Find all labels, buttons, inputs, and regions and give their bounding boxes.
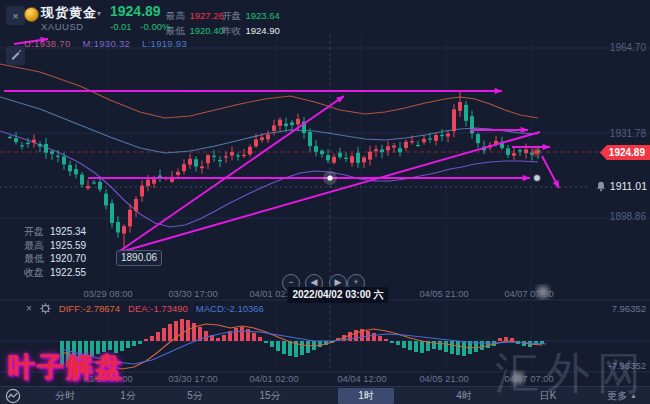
pencil-icon [10,50,21,61]
tab-timeline[interactable]: 分时 [55,388,75,404]
price-alert[interactable]: 1911.01 [596,180,647,192]
macd-close-icon[interactable]: × [26,303,32,314]
boll-upper-value: U:1938.70 [24,38,71,49]
ohlc-low: 最低1920.70 [24,252,86,266]
last-price: 1924.89 [110,3,161,19]
stat-low-value: 1920.40 [189,25,223,36]
stat-prevclose: 昨收 1924.90 [222,20,280,38]
bell-icon [596,181,606,192]
x-axis-label: 03/29 08:00 [83,289,132,299]
symbol-code: XAUUSD [41,21,84,32]
minus-icon: − [288,277,293,287]
ohlc-high: 最高1925.59 [24,239,86,253]
y-axis-label: 1898.86 [590,211,646,222]
macd-header: × DIFF:-2.78674 DEA:-1.73490 MACD:-2.103… [26,303,264,314]
boll-readout: U:1938.70 M:1930.32 L:1919.93 [24,38,187,49]
gear-icon[interactable] [40,303,51,314]
ohlc-open: 开盘1925.34 [24,225,86,239]
close-icon: × [12,10,18,22]
tab-5min[interactable]: 5分 [187,388,203,404]
analyst-brand-text: 叶子解盘 [8,349,124,385]
alert-price: 1911.01 [610,180,647,192]
tab-1min[interactable]: 1分 [120,388,136,404]
skip-left-icon: ◀ [311,277,318,287]
symbol-name[interactable]: 现货黄金 [41,4,97,22]
crosshair-date-tooltip: 2022/04/02 03:00 六 [287,287,388,303]
macd-x-axis-label: 04/05 21:00 [419,374,468,384]
site-watermark: 汇外网 [495,344,648,403]
tab-1hour[interactable]: 1时 [358,388,374,404]
low-price-tag: 1890.06 [116,250,162,266]
macd-x-axis-label: 04/01 02:00 [249,374,298,384]
x-axis-label: 03/30 17:00 [168,289,217,299]
stat-low: 最低 1920.40 [166,20,224,38]
y-axis-label: 1964.70 [590,42,646,53]
x-axis-label: 04/07 07:00 [504,289,553,299]
tab-15min[interactable]: 15分 [259,388,280,404]
ohlc-tooltip: 开盘1925.34 最高1925.59 最低1920.70 收盘1922.55 [24,225,86,279]
stat-low-label: 最低 [166,25,185,36]
x-axis-label: 04/05 21:00 [419,289,468,299]
macd-macd-value: MACD:-2.10366 [196,303,264,314]
macd-diff-value: DIFF:-2.78674 [59,303,120,314]
skip-right-icon: ▶ [335,277,342,287]
macd-dea-value: DEA:-1.73490 [128,303,188,314]
current-price-badge: 1924.89 [600,145,650,160]
close-chart-button[interactable]: × [6,6,25,25]
macd-x-axis-label: 04/04 12:00 [337,374,386,384]
stat-prevclose-value: 1924.90 [245,25,279,36]
y-axis-label: 1931.78 [590,128,646,139]
stat-prevclose-label: 昨收 [222,25,241,36]
macd-x-axis-label: 03/30 17:00 [168,374,217,384]
instrument-coin-icon [24,7,39,22]
boll-lower-value: L:1919.93 [142,38,187,49]
macd-scale-top: 7.96352 [576,303,646,314]
tab-4hour[interactable]: 4时 [456,388,472,404]
ohlc-close: 收盘1922.55 [24,266,86,280]
plus-icon: + [353,277,358,287]
draw-tool-button[interactable] [6,46,25,65]
boll-middle-value: M:1930.32 [83,38,131,49]
indicator-toggle-icon[interactable] [5,388,21,404]
price-change: -0.01 -0.00% [110,21,170,32]
trading-app-window: × 现货黄金 ▾ XAUUSD 1924.89 -0.01 -0.00% 最高 … [0,0,650,404]
chevron-down-icon[interactable]: ▾ [97,9,101,18]
change-value: -0.01 [110,21,132,32]
